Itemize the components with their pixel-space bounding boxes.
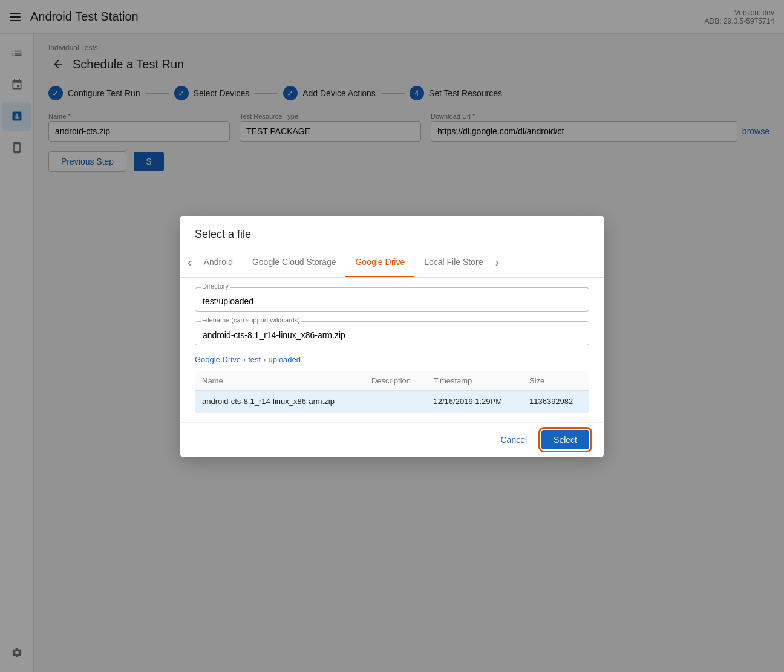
table-header-row: Name Description Timestamp Size [195, 371, 589, 391]
col-timestamp: Timestamp [426, 371, 522, 391]
tab-android[interactable]: Android [194, 248, 243, 277]
dialog-title: Select a file [180, 216, 604, 248]
file-path-breadcrumb: Google Drive › test › uploaded [195, 355, 589, 364]
tab-gdrive[interactable]: Google Drive [345, 248, 414, 277]
tab-gcs[interactable]: Google Cloud Storage [243, 248, 346, 277]
filename-input-group: Filename (can support wildcards) [195, 321, 589, 345]
col-name: Name [195, 371, 364, 391]
table-row[interactable]: android-cts-8.1_r14-linux_x86-arm.zip 12… [195, 390, 589, 412]
dialog-body: Directory Filename (can support wildcard… [180, 278, 604, 422]
cell-timestamp: 12/16/2019 1:29PM [426, 390, 522, 412]
directory-input[interactable] [195, 287, 589, 312]
path-gdrive[interactable]: Google Drive [195, 355, 241, 364]
path-test[interactable]: test [248, 355, 261, 364]
select-button[interactable]: Select [541, 430, 589, 449]
path-uploaded[interactable]: uploaded [269, 355, 301, 364]
filename-input[interactable] [195, 321, 589, 345]
dialog-tabs: ‹ Android Google Cloud Storage Google Dr… [180, 248, 604, 278]
tab-local[interactable]: Local File Store [414, 248, 492, 277]
cell-description [364, 390, 426, 412]
file-table: Name Description Timestamp Size android-… [195, 371, 589, 413]
col-description: Description [364, 371, 426, 391]
tab-nav-left[interactable]: ‹ [185, 248, 194, 277]
col-size: Size [522, 371, 589, 391]
tab-nav-right[interactable]: › [492, 248, 501, 277]
cell-name: android-cts-8.1_r14-linux_x86-arm.zip [195, 390, 364, 412]
cancel-button[interactable]: Cancel [493, 430, 534, 449]
dialog-overlay: Select a file ‹ Android Google Cloud Sto… [0, 0, 784, 672]
path-sep-2: › [263, 355, 266, 364]
path-sep-1: › [243, 355, 246, 364]
directory-label: Directory [201, 282, 230, 290]
directory-input-group: Directory [195, 287, 589, 312]
dialog-footer: Cancel Select [180, 422, 604, 457]
filename-label: Filename (can support wildcards) [201, 316, 301, 324]
file-select-dialog: Select a file ‹ Android Google Cloud Sto… [180, 216, 604, 457]
cell-size: 1136392982 [522, 390, 589, 412]
